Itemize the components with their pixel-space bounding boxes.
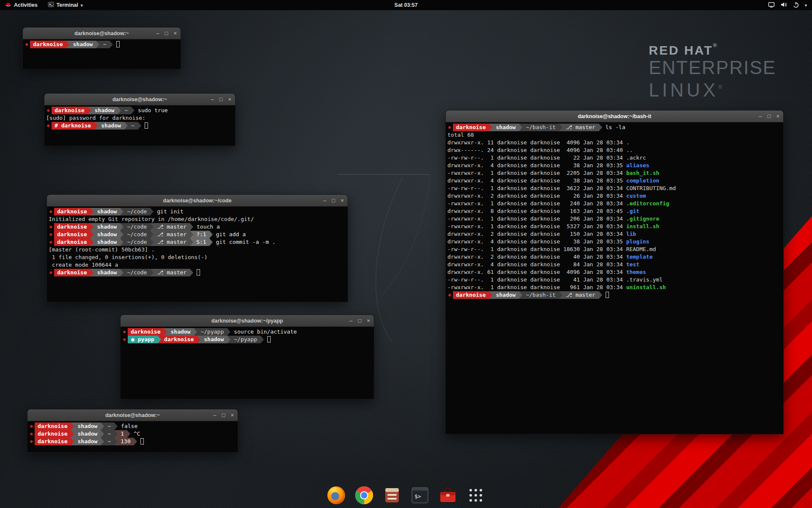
window-maximize-button[interactable]: □ [222, 409, 225, 421]
terminal-window-bash-it[interactable]: darknoise@shadow:~/bash-it – □ × ●darkno… [445, 110, 784, 434]
terminal-text-path: ~ [121, 107, 131, 114]
window-maximize-button[interactable]: □ [332, 195, 335, 207]
firefox-icon[interactable] [326, 485, 346, 505]
powerline-separator [120, 269, 123, 276]
terminal-body[interactable]: ●darknoiseshadow~ [23, 39, 181, 69]
terminal-text-user: darknoise [453, 291, 489, 299]
terminal-line: -rw-rw-r--. 1 darknoise darknoise 22 Jan… [447, 154, 783, 162]
terminal-text-host: shadow [91, 107, 118, 114]
terminal-text-host: shadow [492, 291, 519, 299]
terminal-text-path: ~/code [123, 269, 150, 276]
terminal-window-home-3[interactable]: darknoise@shadow:~ – □ × ●darknoiseshado… [27, 409, 238, 453]
window-minimize-button[interactable]: – [349, 315, 352, 327]
window-close-button[interactable]: × [340, 195, 344, 207]
terminal-window-home-1[interactable]: darknoise@shadow:~ – □ × ●darknoiseshado… [22, 27, 181, 69]
terminal-text-path: ~/bash-it [522, 291, 559, 299]
window-titlebar[interactable]: darknoise@shadow:~ – □ × [44, 94, 235, 105]
window-minimize-button[interactable]: – [323, 195, 326, 207]
prompt-redhat-icon: ● [447, 291, 453, 299]
terminal-body[interactable]: ●darknoiseshadow~/bash-it⎇ master ls -la… [446, 122, 783, 434]
powerline-separator [150, 223, 154, 231]
terminal-text-user: darknoise [54, 231, 90, 238]
prompt-redhat-icon: ● [25, 41, 30, 48]
terminal-line: total 68 [447, 131, 783, 139]
powerline-separator [66, 41, 69, 48]
terminal-line: ●● pyappdarknoiseshadow~/pyapp [122, 336, 374, 343]
window-titlebar[interactable]: darknoise@shadow:~/code – □ × [47, 195, 348, 207]
terminal-text-path: ~ [128, 122, 138, 130]
terminal-body[interactable]: ●darknoiseshadow~ false●darknoiseshadow~… [27, 421, 238, 452]
terminal-text-exit: 130 [118, 438, 133, 445]
window-minimize-button[interactable]: – [156, 28, 159, 39]
window-minimize-button[interactable]: – [759, 110, 762, 122]
app-menu-terminal[interactable]: Terminal ▾ [43, 0, 88, 10]
terminal-body[interactable]: ●darknoiseshadow~/code git initInitializ… [47, 207, 348, 302]
window-maximize-button[interactable]: □ [219, 94, 223, 105]
window-close-button[interactable]: × [173, 28, 177, 39]
terminal-window-home-2[interactable]: darknoise@shadow:~ – □ × ●darknoiseshado… [44, 93, 236, 146]
terminal-line: ●darknoiseshadow~ sudo true [46, 107, 235, 114]
terminal-icon[interactable]: $> [410, 485, 430, 505]
window-maximize-button[interactable]: □ [165, 28, 168, 39]
powerline-separator [90, 238, 93, 246]
clock[interactable]: Sat 03:57 [395, 0, 418, 10]
window-titlebar[interactable]: darknoise@shadow:~ – □ × [23, 28, 181, 39]
window-titlebar[interactable]: darknoise@shadow:~/pyapp – □ × [121, 315, 374, 327]
terminal-text-git: ⎇ master [154, 223, 190, 231]
terminal-line: -rwxrwxr-x. 1 darknoise darknoise 2205 J… [447, 169, 783, 177]
prompt-redhat-icon: ● [29, 422, 35, 430]
terminal-text-host: shadow [74, 422, 101, 430]
terminal-text-plain: -rwxrwxr-x. 1 darknoise darknoise 2205 J… [447, 169, 626, 177]
powerline-separator [227, 336, 230, 343]
powerline-separator [194, 328, 197, 336]
chrome-icon[interactable] [354, 485, 374, 505]
powerline-separator [559, 124, 562, 131]
system-status-area[interactable]: ▾ [768, 1, 812, 9]
window-titlebar[interactable]: darknoise@shadow:~/bash-it – □ × [446, 110, 783, 122]
power-icon[interactable] [793, 1, 799, 9]
terminal-text-host: shadow [167, 328, 194, 336]
window-close-button[interactable]: × [776, 110, 779, 122]
powerline-separator [71, 438, 74, 445]
terminal-body[interactable]: ●darknoiseshadow~/pyapp source bin/activ… [121, 327, 374, 399]
window-close-button[interactable]: × [228, 94, 231, 105]
prompt-redhat-icon: ● [49, 223, 54, 231]
terminal-text-dir: lib [626, 230, 636, 238]
terminal-text-plain: -rwxrwxr-x. 1 darknoise darknoise 240 Ja… [447, 200, 626, 207]
powerline-separator [209, 231, 213, 238]
terminal-text-dir: . [626, 139, 630, 146]
terminal-window-pyapp[interactable]: darknoise@shadow:~/pyapp – □ × ●darknois… [120, 315, 374, 399]
terminal-window-code[interactable]: darknoise@shadow:~/code – □ × ●darknoise… [47, 194, 348, 302]
terminal-app-icon [48, 1, 54, 9]
prompt-redhat-icon: ● [122, 336, 128, 343]
window-maximize-button[interactable]: □ [768, 110, 771, 122]
window-minimize-button[interactable]: – [211, 94, 214, 105]
window-close-button[interactable]: × [230, 409, 234, 421]
window-close-button[interactable]: × [367, 315, 370, 327]
window-minimize-button[interactable]: – [213, 409, 216, 421]
terminal-text-git: ⎇ master [562, 291, 599, 299]
terminal-text-plain: drwxrwxr-x. 4 darknoise darknoise 84 Jan… [447, 261, 626, 268]
display-icon[interactable] [768, 1, 775, 9]
terminal-text-user: darknoise [128, 328, 164, 336]
window-title: darknoise@shadow:~/bash-it [578, 113, 651, 119]
volume-icon[interactable] [780, 1, 787, 9]
window-controls: – □ × [156, 28, 177, 39]
svg-text:$>: $> [414, 493, 421, 500]
toolbox-icon[interactable] [438, 485, 458, 505]
prompt-redhat-icon: ● [447, 124, 453, 131]
app-grid-icon[interactable] [466, 485, 486, 505]
window-titlebar[interactable]: darknoise@shadow:~ – □ × [27, 409, 238, 421]
prompt-redhat-icon: ● [49, 231, 54, 238]
terminal-text-user: # darknoise [52, 122, 94, 130]
terminal-text-path: ~/code [123, 223, 150, 231]
terminal-cursor [606, 292, 609, 298]
terminal-text-gitst: ?:1 [193, 231, 209, 238]
terminal-text-host: shadow [74, 430, 101, 438]
prompt-redhat-icon: ● [49, 238, 54, 246]
activities-button[interactable]: Activities [0, 0, 43, 10]
window-maximize-button[interactable]: □ [358, 315, 362, 327]
terminal-body[interactable]: ●darknoiseshadow~ sudo true[sudo] passwo… [44, 105, 235, 146]
terminal-line: -rw-rw-r--. 1 darknoise darknoise 3622 J… [447, 185, 783, 192]
file-cabinet-icon[interactable] [382, 485, 402, 505]
